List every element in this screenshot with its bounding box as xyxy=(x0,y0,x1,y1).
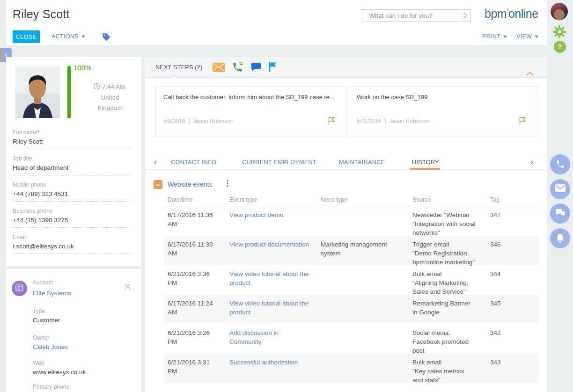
active-tab-underline xyxy=(410,168,440,170)
tabs-next-icon[interactable]: › xyxy=(530,157,533,167)
search-input[interactable] xyxy=(362,10,456,22)
field-label: Mobile phone xyxy=(13,181,46,188)
chat-button[interactable] xyxy=(550,203,570,224)
add-call-button[interactable] xyxy=(232,61,243,75)
contact-photo[interactable] xyxy=(15,66,60,118)
table-row[interactable]: 6/21/2016 3:26 PM Add discussion in Comm… xyxy=(164,324,538,354)
next-step-date: 5/11/2016 xyxy=(357,118,382,124)
cell-source: Bulk email "Key sales metrics and stats" xyxy=(412,358,490,385)
cell-event-link[interactable]: View product demo xyxy=(229,211,321,219)
print-button[interactable]: PRINT xyxy=(482,33,507,40)
account-icon xyxy=(15,284,23,291)
next-step-text: Work on the case SR_199 xyxy=(357,94,533,101)
field-value[interactable]: Riley Scott xyxy=(13,138,43,145)
next-step-card[interactable]: Call back the customer. Inform him about… xyxy=(155,87,346,137)
cell-source: Social media: Facebook promoted post xyxy=(412,328,490,355)
website-events-collapse-button[interactable] xyxy=(154,180,162,189)
cell-source: Remarketing Banner in Google xyxy=(412,299,490,317)
field-job-title: Job title Head of department xyxy=(13,154,134,162)
column-header-need-type[interactable]: Need type xyxy=(321,196,347,203)
chat-icon xyxy=(251,63,261,72)
help-button[interactable]: ? xyxy=(554,41,566,53)
gear-icon xyxy=(552,25,566,39)
required-asterisk: * xyxy=(37,129,40,136)
email-icon xyxy=(213,63,225,72)
cell-event-link[interactable]: Add discussion in Community xyxy=(229,328,321,346)
tag-icon xyxy=(102,33,110,41)
search-go-icon[interactable] xyxy=(463,12,467,21)
add-chat-button[interactable] xyxy=(251,63,261,74)
footer-divider xyxy=(189,118,190,124)
task-flag-icon xyxy=(519,117,526,127)
field-mobile-phone: Mobile phone +44 (789) 323 4531 xyxy=(13,180,134,189)
cell-event-link[interactable]: Successful authorization xyxy=(229,358,321,367)
calls-button[interactable] xyxy=(550,154,570,174)
add-task-button[interactable] xyxy=(269,62,277,73)
bell-icon xyxy=(556,233,565,243)
table-row[interactable]: 6/17/2016 11:36 AM View product demo New… xyxy=(164,206,538,236)
cell-source: Newsletter "Webinar "Integration with so… xyxy=(412,211,490,237)
cell-tag: 346 xyxy=(490,240,518,249)
email-button[interactable] xyxy=(550,179,570,199)
field-value[interactable]: Head of department xyxy=(13,164,68,171)
settings-button[interactable] xyxy=(552,25,566,41)
field-underline xyxy=(12,149,132,149)
field-value[interactable]: +44 (15) 1390 3275 xyxy=(13,217,68,224)
cell-event-link[interactable]: View video tutorial about the product xyxy=(229,269,321,287)
completeness-value: 100% xyxy=(73,64,91,72)
tab-contact-info[interactable]: CONTACT INFO xyxy=(171,159,216,166)
table-row[interactable]: 6/17/2016 11:30 AM View product document… xyxy=(164,236,538,265)
view-button[interactable]: VIEW xyxy=(516,33,538,40)
account-field-owner: Owner Caleb Jones xyxy=(33,333,49,341)
field-label: Job title xyxy=(13,155,32,162)
cell-datetime: 6/21/2016 3:36 PM xyxy=(168,269,226,287)
table-row[interactable]: 6/17/2016 11:24 AM View video tutorial a… xyxy=(164,295,538,324)
website-events-title[interactable]: Website events xyxy=(168,181,212,188)
command-line xyxy=(362,9,471,22)
column-header-tag[interactable]: Tag xyxy=(490,196,500,203)
column-header-event-type[interactable]: Event type xyxy=(229,196,257,203)
actions-button[interactable]: ACTIONS xyxy=(51,33,85,40)
tab-history[interactable]: HISTORY xyxy=(412,159,439,166)
field-value: Customer xyxy=(33,317,60,324)
kebab-menu-icon[interactable]: ⋮ xyxy=(223,178,231,188)
tab-current-employment[interactable]: CURRENT EMPLOYMENT xyxy=(242,159,316,166)
user-avatar[interactable] xyxy=(551,3,568,20)
next-step-card[interactable]: Work on the case SR_199 5/11/2016Jason R… xyxy=(349,87,537,137)
cell-event-link[interactable]: View product documentation xyxy=(229,240,321,249)
account-card: Account Elite Systems Type Customer Owne… xyxy=(6,269,141,392)
notifications-button[interactable] xyxy=(550,228,570,248)
field-value[interactable]: +44 (789) 323 4531 xyxy=(13,190,68,197)
flag-icon xyxy=(269,62,277,72)
footer-divider xyxy=(385,118,386,124)
close-icon[interactable] xyxy=(124,283,132,290)
cell-datetime: 6/17/2016 11:30 AM xyxy=(168,240,226,258)
tab-maintainance[interactable]: MAINTAINANCE xyxy=(339,159,385,166)
field-value: www.elitesys.co.uk xyxy=(33,369,86,376)
column-header-source[interactable]: Source xyxy=(412,196,431,203)
cell-tag: 345 xyxy=(490,299,518,308)
cell-event-link[interactable]: View video tutorial about the product xyxy=(229,299,321,317)
column-header-datetime[interactable]: Date/time xyxy=(168,196,193,203)
table-row[interactable]: 6/21/2016 3:31 PM Successful authorizati… xyxy=(164,354,538,383)
field-label: Full name* xyxy=(13,129,39,136)
main-panel: NEXT STEPS (2) Call back the customer. I… xyxy=(145,57,547,392)
actions-label: ACTIONS xyxy=(51,33,79,40)
field-label: Email xyxy=(13,234,27,240)
next-step-owner: Jason Robinson xyxy=(193,118,234,124)
field-full-name: Full name* Riley Scott xyxy=(13,128,134,136)
account-name-link[interactable]: Elite Systems xyxy=(33,290,71,297)
collapse-next-steps-button[interactable] xyxy=(526,69,534,78)
field-value-link[interactable]: Caleb Jones xyxy=(33,343,68,350)
cell-source: Bulk email "Aligning Marketing, Sales an… xyxy=(412,269,490,296)
print-label: PRINT xyxy=(482,33,500,40)
table-row[interactable]: 6/21/2016 3:36 PM View video tutorial ab… xyxy=(164,265,538,295)
field-email: Email r.scott@elitesys.co.uk xyxy=(13,232,134,241)
contact-photo-image xyxy=(15,66,60,118)
tabs-prev-icon[interactable]: ‹ xyxy=(154,157,157,167)
field-value[interactable]: r.scott@elitesys.co.uk xyxy=(13,243,74,250)
tag-button[interactable] xyxy=(102,33,110,43)
local-time-value: 7:44 AM, xyxy=(102,83,127,90)
add-email-button[interactable] xyxy=(213,63,225,74)
close-button[interactable]: CLOSE xyxy=(13,30,40,43)
